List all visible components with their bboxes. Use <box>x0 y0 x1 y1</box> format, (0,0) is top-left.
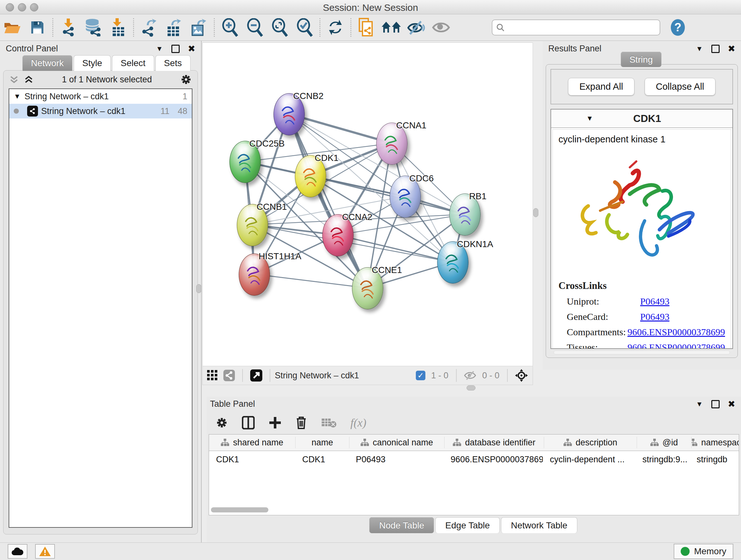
crosslink-link[interactable]: P06493 <box>640 296 670 307</box>
node-label-ccna1: CCNA1 <box>396 120 426 131</box>
tab-select[interactable]: Select <box>112 55 154 71</box>
panel-float-icon[interactable] <box>172 45 180 53</box>
help-button[interactable]: ? <box>665 17 690 38</box>
open-folder-icon <box>4 20 21 35</box>
collapse-all-button[interactable]: Collapse All <box>645 78 716 96</box>
search-input[interactable] <box>504 22 643 33</box>
import-network-from-database-button[interactable] <box>81 17 106 38</box>
network-collection-row[interactable]: ▼ String Network – cdk1 1 <box>9 89 192 104</box>
panel-float-icon[interactable] <box>711 45 720 53</box>
toolbar-separator <box>52 18 53 37</box>
network-view-toolbar: String Network – cdk1 ✓ 1 - 0 0 - 0 <box>202 366 533 385</box>
results-scrollbar[interactable] <box>554 351 730 354</box>
tab-edge-table[interactable]: Edge Table <box>435 517 500 533</box>
panel-close-icon[interactable]: ✖ <box>188 44 195 54</box>
crosslinks-title: CrossLinks <box>558 280 725 292</box>
function-builder-icon: f(x) <box>350 416 366 429</box>
tab-style[interactable]: Style <box>74 55 111 71</box>
network-collection-label: String Network – cdk1 <box>24 91 109 102</box>
table-cell[interactable]: cyclin-dependent ... <box>543 455 635 464</box>
column-header-namespace[interactable]: namespace <box>691 437 739 448</box>
collapse-caret-icon[interactable]: ▼ <box>14 92 21 101</box>
expand-all-tree-icon[interactable] <box>9 75 19 84</box>
panel-float-icon[interactable] <box>711 400 720 408</box>
bottom-splitter-handle[interactable] <box>467 385 475 390</box>
network-canvas[interactable]: CCNB2 CCNA1 CDC25B CDK1 <box>202 43 533 366</box>
network-row[interactable]: String Network – cdk1 11 48 <box>9 104 192 118</box>
table-row[interactable]: CDK1CDK1P064939606.ENSP00000378699cyclin… <box>209 451 739 468</box>
tab-node-table[interactable]: Node Table <box>369 517 434 533</box>
zoom-out-button[interactable] <box>242 17 267 38</box>
show-columns-icon[interactable] <box>242 416 255 429</box>
column-header-database-identifier[interactable]: database identifier <box>445 437 544 448</box>
import-network-button[interactable] <box>56 17 81 38</box>
copy-documents-icon <box>358 18 375 37</box>
export-image-button[interactable] <box>186 17 211 38</box>
collapse-caret-icon[interactable]: ▼ <box>586 114 593 123</box>
zoom-in-button[interactable] <box>217 17 242 38</box>
column-header-shared-name[interactable]: shared name <box>209 437 295 448</box>
column-header-description[interactable]: description <box>544 437 637 448</box>
export-network-button[interactable] <box>137 17 161 38</box>
copy-network-button[interactable] <box>354 17 379 38</box>
warning-button[interactable] <box>35 544 55 559</box>
table-settings-gear-icon[interactable] <box>216 417 228 429</box>
table-cell[interactable]: stringdb:9... <box>635 455 690 464</box>
zoom-fit-button[interactable] <box>267 17 292 38</box>
table-hscrollbar-thumb[interactable] <box>211 507 268 512</box>
panel-close-icon[interactable]: ✖ <box>728 44 735 54</box>
column-header-name[interactable]: name <box>295 437 349 448</box>
hidden-eye-icon[interactable] <box>464 371 476 380</box>
zoom-selected-button[interactable] <box>292 17 317 38</box>
panel-menu-icon[interactable]: ▼ <box>696 400 703 408</box>
panel-menu-icon[interactable]: ▼ <box>156 45 163 53</box>
refresh-button[interactable] <box>323 17 348 38</box>
table-cell[interactable]: CDK1 <box>295 455 349 464</box>
column-header-canonical-name[interactable]: canonical name <box>349 437 445 448</box>
column-header--id[interactable]: @id <box>637 437 691 448</box>
tab-network-table[interactable]: Network Table <box>501 517 577 533</box>
control-panel-splitter[interactable] <box>201 41 202 543</box>
tab-network[interactable]: Network <box>22 55 72 71</box>
node-label-cdkn1a: CDKN1A <box>457 239 493 249</box>
collapse-all-tree-icon[interactable] <box>24 75 33 84</box>
expand-all-button[interactable]: Expand All <box>568 78 634 96</box>
left-splitter-handle[interactable] <box>196 284 201 293</box>
birdseye-icon[interactable] <box>515 369 528 382</box>
delete-column-icon[interactable] <box>295 416 307 430</box>
save-floppy-icon <box>30 20 45 35</box>
table-cell[interactable]: 9606.ENSP00000378699 <box>444 455 543 464</box>
structure-thumbnail <box>300 165 321 189</box>
grid-view-icon[interactable] <box>207 370 218 381</box>
home-button[interactable] <box>379 17 404 38</box>
search-icon <box>496 23 504 32</box>
detach-view-icon[interactable] <box>250 369 263 382</box>
homes-icon <box>381 20 401 35</box>
table-cell[interactable]: P06493 <box>349 455 444 464</box>
save-session-button[interactable] <box>25 17 50 38</box>
crosslink-link[interactable]: P06493 <box>640 311 670 322</box>
hide-selected-button[interactable] <box>404 17 428 38</box>
cdk1-entry-header[interactable]: ▼ CDK1 <box>551 110 732 128</box>
crosslink-link[interactable]: 9606.ENSP00000378699 <box>627 327 725 337</box>
toolbar-separator <box>320 18 320 37</box>
import-table-button[interactable] <box>106 17 131 38</box>
cloud-button[interactable] <box>8 544 27 559</box>
network-view-icon[interactable] <box>223 369 235 381</box>
gear-icon[interactable] <box>180 74 192 85</box>
right-splitter-handle[interactable] <box>533 208 538 217</box>
memory-button[interactable]: Memory <box>674 544 733 559</box>
crosslinks-section: CrossLinks Uniprot:P06493GeneCard:P06493… <box>558 280 725 349</box>
eye-icon <box>432 21 450 34</box>
table-cell[interactable]: CDK1 <box>209 455 295 464</box>
export-table-button[interactable] <box>161 17 186 38</box>
panel-close-icon[interactable]: ✖ <box>728 399 735 409</box>
tab-sets[interactable]: Sets <box>155 55 191 71</box>
add-column-icon[interactable] <box>269 416 281 429</box>
tab-string[interactable]: String <box>621 52 661 67</box>
panel-menu-icon[interactable]: ▼ <box>696 45 703 53</box>
open-session-button[interactable] <box>0 17 25 38</box>
crosslink-link[interactable]: 9606.ENSP00000378699 <box>627 342 725 349</box>
table-cell[interactable]: stringdb <box>690 455 739 464</box>
selected-checkbox[interactable]: ✓ <box>416 371 425 380</box>
